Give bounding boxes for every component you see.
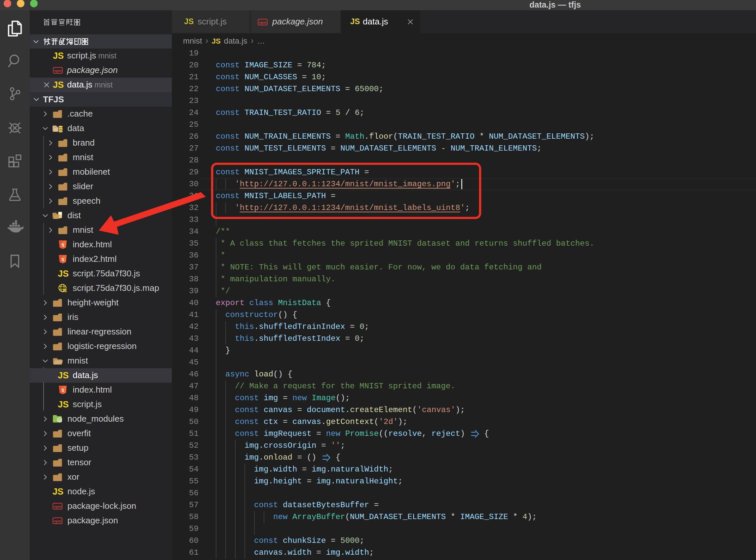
- svg-text:5: 5: [61, 242, 64, 248]
- svg-text:5: 5: [61, 388, 64, 393]
- svg-text:npm: npm: [54, 504, 61, 508]
- svg-text:npm: npm: [54, 519, 61, 523]
- svg-text:JS: JS: [58, 419, 61, 422]
- svg-text:JS: JS: [62, 288, 67, 293]
- svg-text:5: 5: [61, 257, 64, 262]
- svg-text:npm: npm: [54, 69, 61, 73]
